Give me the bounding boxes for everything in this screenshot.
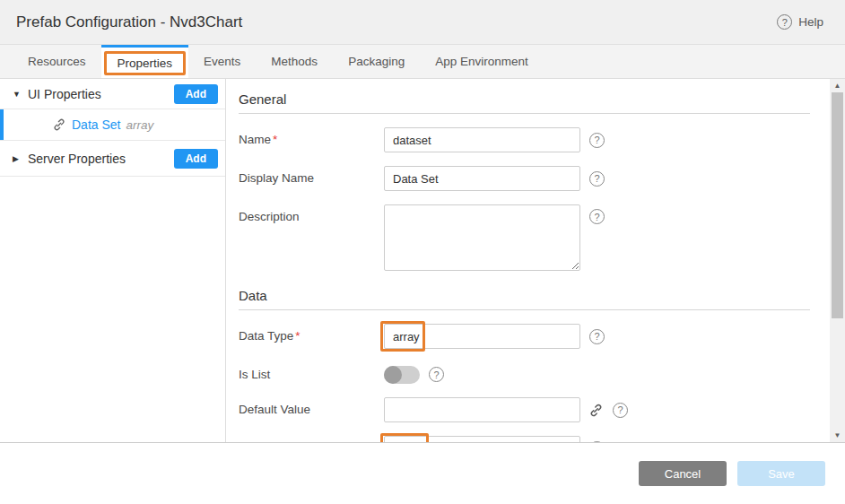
tab-app-environment[interactable]: App Environment bbox=[420, 45, 544, 78]
binding-type-help-icon[interactable] bbox=[589, 441, 605, 444]
name-help-icon[interactable] bbox=[589, 133, 605, 148]
tab-resources[interactable]: Resources bbox=[13, 45, 101, 78]
add-ui-property-button[interactable]: Add bbox=[174, 84, 218, 104]
default-value-label: Default Value bbox=[239, 397, 384, 416]
help-button[interactable]: Help bbox=[777, 14, 823, 30]
sidebar-item-dataset[interactable]: Data Set array bbox=[0, 109, 225, 141]
field-description: Description bbox=[239, 204, 810, 271]
titlebar: Prefab Configuration - Nvd3Chart Help bbox=[0, 0, 845, 45]
name-input[interactable] bbox=[384, 127, 580, 152]
data-type-help-icon[interactable] bbox=[589, 329, 605, 344]
field-name: Name* bbox=[239, 127, 810, 152]
name-label: Name* bbox=[239, 127, 384, 146]
dialog-footer: Cancel Save bbox=[0, 443, 845, 504]
scrollbar-thumb[interactable] bbox=[832, 92, 843, 318]
binding-type-label: Binding Type bbox=[239, 436, 384, 443]
tab-properties-label: Properties bbox=[118, 56, 173, 70]
dialog-body: UI Properties Add Data Set array Server … bbox=[0, 79, 845, 443]
sidebar-group-server-properties[interactable]: Server Properties Add bbox=[0, 141, 225, 177]
data-type-label: Data Type* bbox=[239, 324, 384, 343]
prefab-configuration-dialog: Prefab Configuration - Nvd3Chart Help Re… bbox=[0, 0, 845, 504]
bind-link-icon[interactable] bbox=[588, 403, 604, 418]
tab-events[interactable]: Events bbox=[188, 45, 256, 78]
add-server-property-button[interactable]: Add bbox=[174, 149, 218, 169]
tab-packaging[interactable]: Packaging bbox=[333, 45, 420, 78]
dataset-item-type: array bbox=[126, 118, 153, 132]
default-value-help-icon[interactable] bbox=[613, 403, 628, 418]
tab-properties[interactable]: Properties bbox=[101, 45, 189, 78]
scrollbar-up-button[interactable] bbox=[830, 79, 845, 92]
sidebar-group-ui-properties[interactable]: UI Properties Add bbox=[0, 79, 225, 109]
chevron-right-icon bbox=[13, 154, 28, 163]
required-mark: * bbox=[295, 329, 300, 343]
field-is-list: Is List bbox=[239, 362, 810, 384]
description-label: Description bbox=[239, 204, 384, 223]
page-title: Prefab Configuration - Nvd3Chart bbox=[16, 13, 242, 31]
display-name-help-icon[interactable] bbox=[589, 171, 605, 187]
required-mark: * bbox=[273, 133, 277, 146]
default-value-input[interactable] bbox=[384, 397, 580, 422]
binding-type-value: in-bound bbox=[393, 442, 439, 444]
save-button[interactable]: Save bbox=[737, 461, 825, 486]
section-heading-data: Data bbox=[239, 284, 810, 310]
field-binding-type: Binding Type in-bound bbox=[239, 436, 810, 443]
annotation-highlight-properties: Properties bbox=[104, 51, 187, 75]
data-type-input[interactable] bbox=[384, 324, 580, 349]
binding-type-select[interactable]: in-bound bbox=[384, 436, 580, 443]
display-name-label: Display Name bbox=[239, 166, 384, 185]
property-form: General Name* Display Name Description bbox=[226, 79, 845, 442]
section-heading-general: General bbox=[239, 88, 810, 114]
is-list-toggle[interactable] bbox=[384, 366, 420, 384]
server-properties-label: Server Properties bbox=[28, 152, 174, 166]
properties-sidebar: UI Properties Add Data Set array Server … bbox=[0, 79, 226, 442]
help-question-icon bbox=[777, 14, 792, 30]
description-textarea[interactable] bbox=[384, 204, 580, 271]
link-icon bbox=[52, 117, 66, 132]
ui-properties-label: UI Properties bbox=[28, 87, 174, 101]
description-help-icon[interactable] bbox=[589, 209, 605, 224]
is-list-help-icon[interactable] bbox=[429, 367, 444, 382]
is-list-label: Is List bbox=[239, 362, 384, 381]
field-display-name: Display Name bbox=[239, 166, 810, 191]
chevron-down-icon bbox=[13, 90, 28, 99]
field-default-value: Default Value bbox=[239, 397, 810, 422]
display-name-input[interactable] bbox=[384, 166, 580, 191]
vertical-scrollbar[interactable] bbox=[830, 79, 845, 442]
selected-indicator bbox=[0, 109, 4, 140]
dataset-item-label: Data Set bbox=[72, 117, 120, 132]
help-label: Help bbox=[798, 15, 823, 29]
toggle-knob bbox=[384, 366, 402, 384]
cancel-button[interactable]: Cancel bbox=[639, 461, 727, 486]
field-data-type: Data Type* bbox=[239, 324, 810, 349]
tabbar: Resources Properties Events Methods Pack… bbox=[0, 45, 845, 79]
tab-methods[interactable]: Methods bbox=[256, 45, 333, 78]
scrollbar-down-button[interactable] bbox=[830, 429, 845, 442]
